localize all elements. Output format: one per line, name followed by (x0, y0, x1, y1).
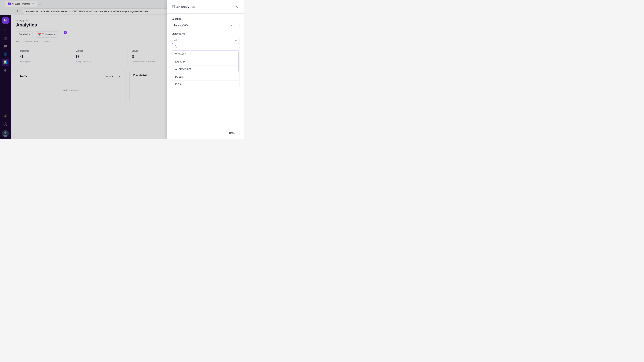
location-chevron-down-icon: ▼ (230, 24, 232, 26)
visit-source-all-text: All (174, 38, 177, 41)
panel-close-button[interactable]: ✕ (234, 4, 240, 9)
search-icon (174, 45, 177, 48)
reset-button[interactable]: Reset (225, 130, 240, 136)
filter-panel: Filter analytics ✕ Location Moodjoy7434 … (167, 0, 244, 139)
location-filter-label: Location (172, 17, 240, 20)
option-ios-app[interactable]: IOS-APP (172, 58, 239, 65)
panel-title: Filter analytics (172, 5, 195, 9)
visit-source-chevron-up-icon: ▲ (235, 39, 237, 41)
visit-source-options-list: WEB-APP IOS-APP ANDROID-APP PUBLIC KIOSK (172, 50, 239, 88)
option-android-app[interactable]: ANDROID-APP (172, 65, 239, 73)
visit-source-filter-section: Visit source All ▲ (172, 32, 240, 88)
location-value[interactable]: Moodjoy7434 (174, 24, 188, 26)
location-select-wrapper: Moodjoy7434 ▼ (172, 22, 240, 28)
option-public[interactable]: PUBLIC (172, 73, 239, 81)
visit-source-header[interactable]: All ▲ (172, 37, 240, 43)
svg-line-7 (176, 47, 177, 48)
scrollbar-indicator (238, 51, 239, 71)
panel-body: Location Moodjoy7434 ▼ Visit source All … (167, 13, 244, 127)
svg-point-6 (175, 45, 176, 47)
visit-source-search-input[interactable] (172, 43, 239, 50)
option-kiosk[interactable]: KIOSK (172, 81, 239, 88)
location-filter-section: Location Moodjoy7434 ▼ (172, 17, 240, 28)
panel-header: Filter analytics ✕ (167, 0, 244, 13)
panel-footer: Reset (167, 127, 244, 139)
visit-source-label: Visit source (172, 32, 240, 35)
option-web-app[interactable]: WEB-APP (172, 50, 239, 58)
search-wrapper (172, 43, 239, 50)
visit-source-dropdown: WEB-APP IOS-APP ANDROID-APP PUBLIC KIOSK (172, 43, 240, 88)
